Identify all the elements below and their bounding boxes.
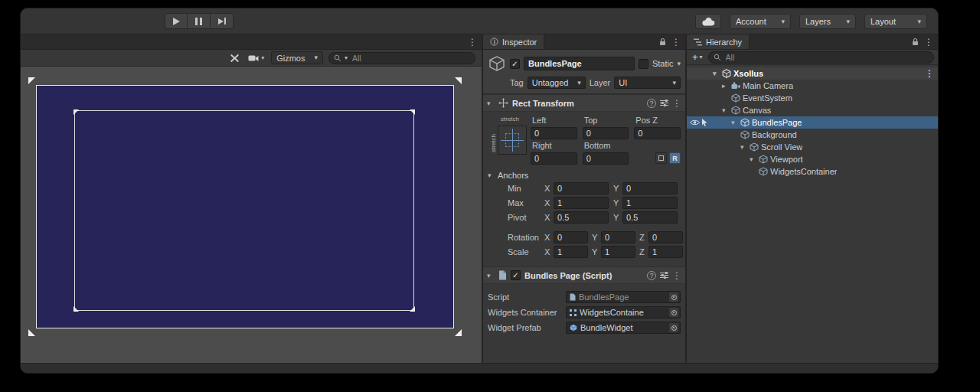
kebab-menu-icon[interactable] bbox=[924, 37, 933, 47]
top-label: Top bbox=[583, 116, 629, 125]
chevron-down-icon[interactable] bbox=[713, 70, 722, 77]
chevron-down-icon[interactable] bbox=[731, 119, 740, 126]
tool-settings-button[interactable] bbox=[228, 54, 241, 63]
anchor-handle[interactable] bbox=[74, 306, 79, 312]
chevron-down-icon[interactable] bbox=[740, 143, 750, 151]
visibility-eye-icon[interactable] bbox=[690, 119, 700, 126]
scale-z-input[interactable] bbox=[648, 246, 683, 258]
scene-camera-settings-button[interactable] bbox=[247, 54, 266, 62]
pivot-x-input[interactable] bbox=[554, 211, 609, 224]
rotation-x-input[interactable] bbox=[554, 231, 588, 243]
object-picker-icon[interactable] bbox=[669, 308, 678, 317]
cloud-services-button[interactable] bbox=[695, 14, 721, 29]
raw-edit-mode-button[interactable]: R bbox=[669, 152, 681, 164]
step-button[interactable] bbox=[211, 13, 234, 29]
posz-input[interactable] bbox=[634, 127, 681, 139]
rotation-z-input[interactable] bbox=[648, 231, 683, 243]
corner-handle[interactable] bbox=[28, 329, 35, 336]
anchors-foldout[interactable]: Anchors bbox=[488, 171, 681, 180]
layers-dropdown[interactable]: Layers bbox=[799, 14, 856, 29]
kebab-menu-icon[interactable] bbox=[468, 37, 477, 47]
pause-button[interactable] bbox=[188, 13, 211, 29]
hierarchy-item[interactable]: Main Camera bbox=[687, 80, 938, 92]
hierarchy-item[interactable]: Background bbox=[687, 129, 938, 141]
chevron-right-icon[interactable] bbox=[722, 82, 731, 90]
kebab-menu-icon[interactable] bbox=[925, 68, 934, 79]
active-checkbox[interactable] bbox=[510, 59, 520, 69]
gameobject-name-input[interactable] bbox=[524, 57, 635, 70]
max-y-input[interactable] bbox=[622, 197, 678, 209]
kebab-menu-icon[interactable] bbox=[672, 98, 681, 109]
corner-handle[interactable] bbox=[455, 329, 462, 336]
lock-icon[interactable] bbox=[912, 38, 919, 46]
top-input[interactable] bbox=[583, 127, 629, 139]
corner-handle[interactable] bbox=[455, 77, 462, 84]
account-dropdown[interactable]: Account bbox=[730, 14, 791, 29]
hierarchy-item-label: Xsollus bbox=[733, 69, 763, 78]
blueprint-mode-button[interactable] bbox=[655, 152, 667, 164]
layers-dropdown-label: Layers bbox=[805, 17, 831, 26]
tab-hierarchy[interactable]: Hierarchy bbox=[687, 34, 750, 49]
create-object-button[interactable] bbox=[691, 52, 704, 62]
presets-icon[interactable] bbox=[660, 100, 668, 106]
chevron-down-icon[interactable] bbox=[722, 106, 731, 114]
anchor-handle[interactable] bbox=[74, 109, 79, 115]
scale-y-input[interactable] bbox=[601, 246, 635, 258]
gameobject-cube-icon[interactable] bbox=[488, 54, 506, 73]
layer-dropdown[interactable]: UI bbox=[614, 77, 681, 89]
max-x-input[interactable] bbox=[554, 197, 609, 209]
pivot-y-input[interactable] bbox=[622, 211, 678, 224]
object-picker-icon[interactable] bbox=[669, 323, 678, 332]
script-component-header[interactable]: Bundles Page (Script) bbox=[483, 267, 685, 284]
hierarchy-item[interactable]: EventSystem bbox=[687, 92, 938, 104]
hierarchy-item-scene[interactable]: Xsollus bbox=[687, 67, 938, 80]
left-input[interactable] bbox=[531, 127, 577, 139]
foldout-icon[interactable] bbox=[487, 272, 495, 279]
widgets-container-object-field[interactable]: WidgetsContaine bbox=[566, 306, 681, 318]
rotation-y-input[interactable] bbox=[601, 231, 635, 243]
tab-inspector[interactable]: Inspector bbox=[483, 34, 544, 49]
chevron-down-icon[interactable] bbox=[750, 155, 759, 163]
anchor-handle[interactable] bbox=[410, 109, 415, 115]
bottom-input[interactable] bbox=[583, 152, 629, 165]
hierarchy-item[interactable]: WidgetsContainer bbox=[687, 165, 938, 178]
pickability-pointer-icon[interactable] bbox=[701, 119, 708, 126]
layout-dropdown[interactable]: Layout bbox=[864, 14, 927, 29]
lock-icon[interactable] bbox=[659, 38, 666, 46]
hierarchy-item-selected[interactable]: BundlesPage bbox=[687, 116, 938, 129]
hierarchy-item[interactable]: Viewport bbox=[687, 153, 938, 165]
scene-viewport[interactable] bbox=[21, 67, 482, 363]
min-x-input[interactable] bbox=[554, 182, 609, 194]
kebab-menu-icon[interactable] bbox=[671, 37, 681, 47]
rect-transform-header[interactable]: Rect Transform bbox=[483, 95, 685, 112]
kebab-menu-icon[interactable] bbox=[672, 270, 681, 281]
csharp-script-icon bbox=[498, 270, 507, 280]
static-dropdown-icon[interactable] bbox=[677, 60, 681, 67]
scene-search-input[interactable] bbox=[351, 53, 470, 64]
anchor-preset-button[interactable] bbox=[498, 126, 527, 155]
widget-prefab-object-field[interactable]: BundleWidget bbox=[566, 322, 681, 334]
min-y-input[interactable] bbox=[622, 182, 678, 194]
right-input[interactable] bbox=[531, 152, 577, 165]
hierarchy-item[interactable]: Canvas bbox=[687, 104, 938, 116]
hierarchy-search-input[interactable] bbox=[724, 52, 929, 63]
gameobject-icon bbox=[750, 142, 759, 152]
gizmos-dropdown[interactable]: Gizmos bbox=[271, 51, 323, 64]
play-button[interactable] bbox=[165, 13, 188, 29]
static-checkbox[interactable] bbox=[639, 59, 648, 69]
ui-canvas-rect[interactable] bbox=[36, 85, 454, 328]
tag-dropdown[interactable]: Untagged bbox=[528, 77, 586, 89]
foldout-icon[interactable] bbox=[487, 100, 495, 107]
hierarchy-item[interactable]: Scroll View bbox=[687, 141, 938, 153]
component-enabled-checkbox[interactable] bbox=[511, 270, 521, 280]
rect-transform-gizmo[interactable] bbox=[74, 110, 414, 311]
scale-x-input[interactable] bbox=[554, 246, 588, 258]
x-axis-label: X bbox=[544, 184, 554, 193]
presets-icon[interactable] bbox=[660, 272, 668, 279]
anchor-handle[interactable] bbox=[410, 306, 415, 312]
help-icon[interactable] bbox=[647, 99, 656, 108]
object-picker-icon[interactable] bbox=[669, 292, 678, 302]
corner-handle[interactable] bbox=[28, 77, 35, 84]
help-icon[interactable] bbox=[647, 271, 656, 280]
script-object-field[interactable]: BundlesPage bbox=[566, 291, 681, 303]
